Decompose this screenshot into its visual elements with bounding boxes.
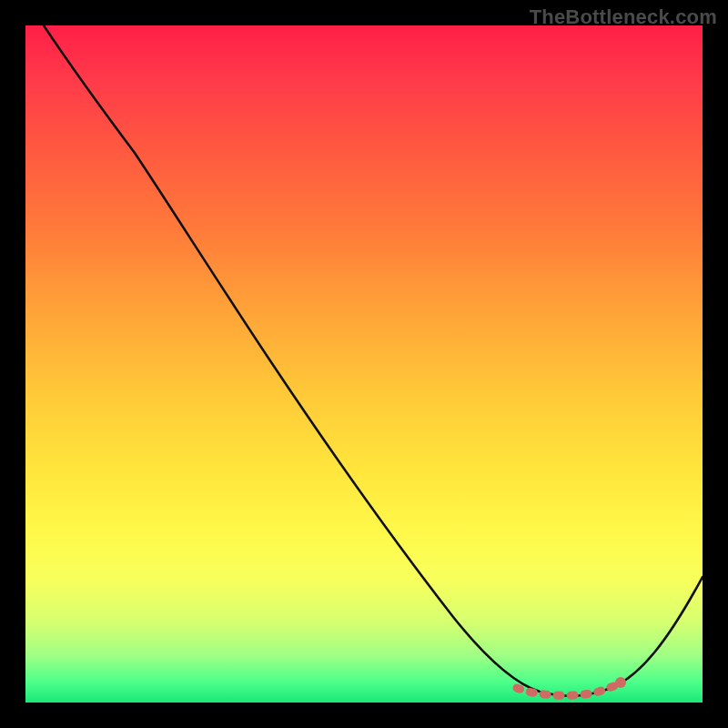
heat-gradient xyxy=(25,25,703,703)
chart-frame: TheBottleneck.com xyxy=(0,0,728,728)
watermark-text: TheBottleneck.com xyxy=(530,5,717,29)
plot-area xyxy=(25,25,703,703)
plot-inner xyxy=(25,25,703,703)
